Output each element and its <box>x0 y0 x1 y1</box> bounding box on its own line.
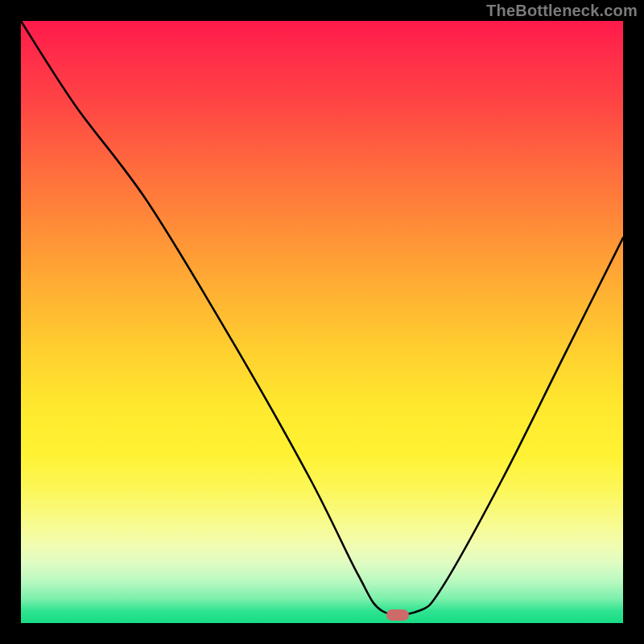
plot-area <box>21 21 623 623</box>
watermark-text: TheBottleneck.com <box>486 2 638 20</box>
optimal-point-marker <box>386 609 409 621</box>
bottleneck-curve <box>21 21 623 623</box>
chart-container: TheBottleneck.com <box>0 0 644 644</box>
